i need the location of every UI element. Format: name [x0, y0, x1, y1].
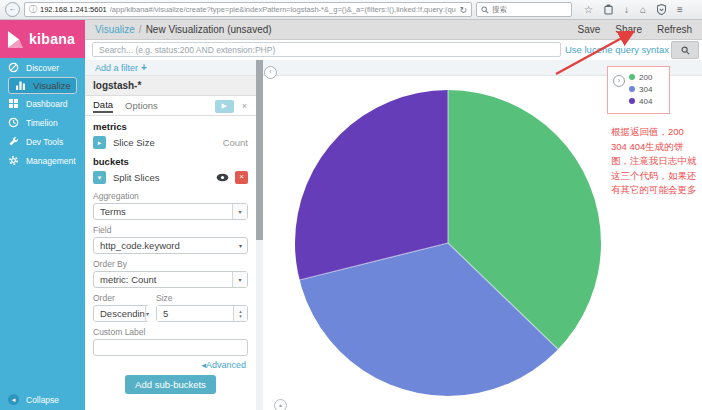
metric-value: Count [223, 137, 248, 148]
tab-data[interactable]: Data [93, 99, 113, 113]
tab-options[interactable]: Options [125, 100, 158, 112]
sidebar-item-discover[interactable]: Discover [0, 58, 85, 77]
query-search-button[interactable] [671, 41, 699, 59]
aggregation-label: Aggregation [85, 186, 256, 203]
field-label: Field [85, 220, 256, 237]
query-input[interactable] [92, 42, 561, 57]
refresh-button[interactable]: Refresh [657, 24, 692, 35]
logo-text: kibana [29, 31, 75, 47]
aggregation-select[interactable]: Terms ▾ [93, 203, 248, 220]
library-icon[interactable] [604, 4, 613, 15]
panel-scrollbar[interactable] [256, 60, 263, 410]
order-by-select[interactable]: metric: Count ▾ [93, 271, 248, 288]
spinner-icons[interactable]: ▴▾ [233, 306, 247, 321]
wrench-icon [8, 136, 19, 147]
order-select[interactable]: Descendin ▾ [93, 305, 149, 322]
downloads-icon[interactable]: ↓ [624, 5, 629, 15]
pie-chart[interactable] [295, 90, 601, 396]
browser-search-input[interactable] [492, 5, 552, 14]
bucket-row-split-slices[interactable]: ▾ Split Slices × [85, 169, 256, 186]
legend-toggle-button[interactable]: › [613, 75, 625, 87]
scrollbar-thumb[interactable] [256, 60, 263, 240]
size-label: Size [156, 288, 248, 305]
advanced-link[interactable]: ◂Advanced [85, 356, 256, 370]
sidebar-item-label: Dashboard [26, 99, 68, 109]
index-pattern-header: logstash-* [85, 76, 256, 96]
sidebar-item-label: Timelion [26, 118, 58, 128]
custom-label-input[interactable] [93, 339, 248, 356]
order-by-value: metric: Count [100, 274, 157, 285]
editor-tabs: Data Options ▶ × [85, 96, 256, 116]
legend-item[interactable]: 404 [629, 96, 652, 106]
top-toolbar: Visualize / New Visualization (unsaved) … [85, 20, 702, 40]
url-host-text: 192.168.1.241:5601 [40, 5, 107, 14]
kibana-logo-mark-icon [7, 31, 24, 48]
legend-item[interactable]: 200 [629, 72, 652, 82]
collapse-label: Collapse [26, 395, 59, 405]
size-input[interactable] [157, 306, 233, 321]
search-icon [681, 46, 690, 55]
collapse-button[interactable]: ◂ Collapse [0, 394, 59, 405]
url-bar[interactable]: ⓘ 192.168.1.241:5601/app/kibana#/visuali… [24, 2, 472, 17]
sidebar-item-dev-tools[interactable]: Dev Tools [0, 132, 85, 151]
lucene-syntax-link[interactable]: Use lucene query syntax [565, 44, 669, 55]
vis-editor-panel: logstash-* Data Options ▶ × metrics ▸ Sl… [85, 76, 256, 410]
bucket-label: Split Slices [113, 172, 159, 183]
aggregation-value: Terms [100, 206, 126, 217]
advanced-label: Advanced [206, 360, 246, 370]
breadcrumb-page-title: New Visualization (unsaved) [146, 24, 272, 35]
toggle-visibility-button[interactable] [216, 173, 229, 182]
dashboard-icon [8, 98, 19, 109]
caret-down-icon: ▾ [232, 204, 247, 219]
metric-row-slice-size[interactable]: ▸ Slice Size Count [85, 134, 256, 151]
expand-right-icon[interactable]: ▸ [93, 136, 106, 149]
plus-icon[interactable]: + [141, 62, 147, 73]
sidebar: kibana Discover Visualize Dashboard Time… [0, 20, 85, 410]
add-subbuckets-button[interactable]: Add sub-buckets [125, 375, 216, 394]
sidebar-item-visualize[interactable]: Visualize [8, 77, 77, 94]
browser-chrome: ← ⓘ 192.168.1.241:5601/app/kibana#/visua… [0, 0, 702, 20]
compass-icon [8, 62, 19, 73]
sidebar-item-dashboard[interactable]: Dashboard [0, 94, 85, 113]
discard-changes-button[interactable]: × [242, 101, 247, 111]
order-size-row: Order Descendin ▾ Size ▴▾ [93, 288, 248, 322]
order-by-label: Order By [85, 254, 256, 271]
reload-icon[interactable]: ↻ [459, 5, 467, 15]
sidebar-item-label: Discover [26, 63, 59, 73]
browser-action-icons: ☆ ↓ ⌂ ≡ [584, 4, 683, 15]
share-button[interactable]: Share [615, 24, 642, 35]
search-icon [481, 6, 489, 14]
shield-icon[interactable] [657, 4, 666, 15]
save-button[interactable]: Save [578, 24, 601, 35]
sidebar-item-timelion[interactable]: Timelion [0, 113, 85, 132]
remove-bucket-button[interactable]: × [235, 171, 248, 184]
browser-back-button[interactable]: ← [5, 2, 20, 17]
sidebar-item-label: Visualize [33, 80, 71, 91]
legend: 200 304 404 [629, 72, 652, 106]
query-bar: Use lucene query syntax [85, 40, 702, 60]
page-info-icon[interactable]: ⓘ [29, 4, 37, 15]
metric-label: Slice Size [113, 137, 155, 148]
size-stepper[interactable]: ▴▾ [156, 305, 248, 322]
field-select[interactable]: http_code.keyword ▾ [93, 237, 248, 254]
browser-search-box[interactable] [476, 2, 572, 17]
order-label: Order [93, 288, 149, 305]
breadcrumb-app-link[interactable]: Visualize [95, 24, 135, 35]
spy-toggle-button[interactable]: ▴ [274, 399, 287, 410]
legend-dot [629, 74, 635, 80]
panel-collapse-button[interactable]: ‹ [264, 66, 277, 79]
home-icon[interactable]: ⌂ [640, 5, 646, 15]
eye-icon [216, 173, 229, 182]
apply-changes-button[interactable]: ▶ [215, 100, 234, 113]
bookmark-star-icon[interactable]: ☆ [584, 5, 593, 15]
menu-icon[interactable]: ≡ [677, 5, 683, 15]
collapse-down-icon[interactable]: ▾ [93, 171, 106, 184]
sidebar-item-label: Dev Tools [26, 137, 63, 147]
sidebar-item-management[interactable]: Management [0, 151, 85, 170]
legend-item[interactable]: 304 [629, 84, 652, 94]
legend-label: 304 [639, 85, 652, 94]
play-icon: ▶ [222, 102, 227, 110]
caret-down-icon: ▾ [239, 242, 242, 249]
add-filter-button[interactable]: Add a filter [95, 63, 138, 73]
caret-down-icon: ▾ [239, 314, 242, 319]
